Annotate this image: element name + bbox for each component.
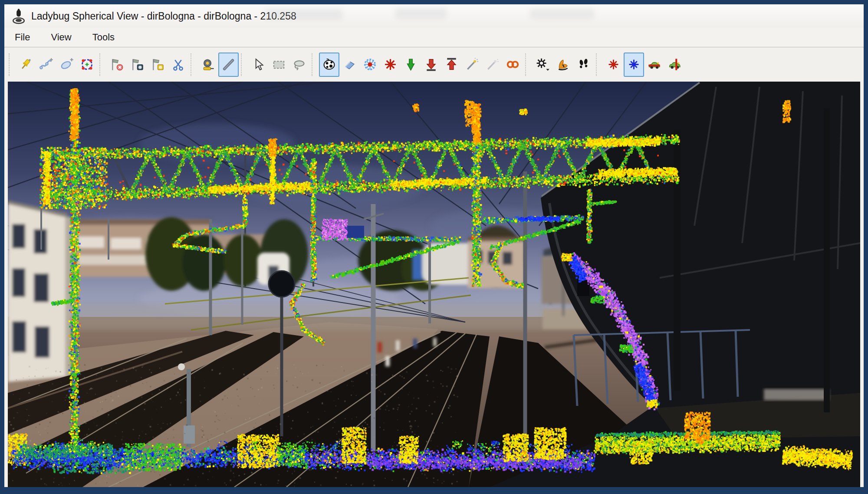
flag-yellow-button[interactable] <box>148 53 168 77</box>
flag-yellow-icon <box>150 57 165 72</box>
flag-dark-icon <box>130 57 145 72</box>
menu-bar: FileViewTools <box>4 28 864 47</box>
rotation-wheel-button[interactable] <box>360 53 380 77</box>
toolbar-separator <box>191 53 196 76</box>
wheel-icon <box>362 57 378 72</box>
titlebar-artifact <box>395 8 447 19</box>
select-cursor-button[interactable] <box>248 53 269 77</box>
eraser-button[interactable] <box>339 53 360 77</box>
toolbar-separator <box>596 53 601 76</box>
move-up-button[interactable] <box>441 53 462 77</box>
scissors-icon <box>171 57 186 72</box>
app-window: Ladybug Spherical View - dirBologna - di… <box>0 0 868 494</box>
toolbar-separator <box>241 53 246 76</box>
polyline-add-icon <box>39 57 54 72</box>
menu-item-view[interactable]: View <box>40 29 82 46</box>
window-content: Ladybug Spherical View - dirBologna - di… <box>4 4 864 487</box>
vehicle-hide-icon <box>647 57 662 72</box>
ground-view-icon <box>556 57 571 72</box>
add-region-button[interactable] <box>56 53 77 77</box>
add-path-button[interactable] <box>36 53 56 77</box>
isolate-vehicle-button[interactable] <box>664 53 685 77</box>
app-ladybug-icon <box>11 8 26 24</box>
red-point-icon <box>606 57 621 72</box>
lasso-select-icon <box>292 57 307 72</box>
titlebar-artifact <box>265 9 343 20</box>
toolbar-separator <box>99 53 105 76</box>
ladybug-icon <box>322 57 337 72</box>
select-rectangle-button[interactable] <box>269 53 289 77</box>
titlebar-artifact <box>529 9 595 19</box>
toolbar-grip <box>9 53 14 76</box>
vehicle-show-icon <box>667 57 682 72</box>
measure-line-button[interactable] <box>218 53 239 77</box>
red-arrow-down-line-icon <box>424 57 439 72</box>
ellipse-add-icon <box>59 57 74 72</box>
cut-button[interactable] <box>168 53 188 77</box>
green-arrow-down-button[interactable] <box>401 53 421 77</box>
add-pushpin-button[interactable] <box>16 53 36 77</box>
circle-selection-button[interactable] <box>77 53 97 77</box>
magic-wand-secondary-button[interactable] <box>482 53 503 77</box>
select-lasso-button[interactable] <box>289 53 309 77</box>
point-cloud-overlay <box>8 82 860 487</box>
menu-item-tools[interactable]: Tools <box>82 29 125 46</box>
window-title: Ladybug Spherical View - dirBologna - di… <box>31 10 296 22</box>
circle-target-icon <box>79 57 95 72</box>
magic-wand-icon <box>464 57 480 72</box>
measure-tape-icon <box>201 57 216 72</box>
line-measure-icon <box>221 57 236 72</box>
show-blue-points-button[interactable] <box>624 53 644 77</box>
titlebar[interactable]: Ladybug Spherical View - dirBologna - di… <box>4 4 864 28</box>
red-marker-button[interactable] <box>380 53 401 77</box>
loop-mode-button[interactable] <box>503 53 523 77</box>
pin-add-icon <box>18 57 33 72</box>
footsteps-button[interactable] <box>573 53 594 77</box>
red-burst-icon <box>383 57 398 72</box>
toolbar-separator <box>525 53 530 76</box>
magic-wand-alt-icon <box>485 57 500 72</box>
green-arrow-down-icon <box>403 57 418 72</box>
measure-tape-button[interactable] <box>198 53 218 77</box>
ladybug-view-button[interactable] <box>319 53 339 77</box>
magic-wand-button[interactable] <box>462 53 482 77</box>
hide-vehicle-button[interactable] <box>644 53 664 77</box>
move-down-button[interactable] <box>421 53 441 77</box>
footsteps-icon <box>576 57 591 72</box>
flag-dark-button[interactable] <box>127 53 148 77</box>
eraser-icon <box>342 57 357 72</box>
blue-point-icon <box>626 57 641 72</box>
menu-item-file[interactable]: File <box>4 29 40 46</box>
red-arrow-up-line-icon <box>444 57 459 72</box>
brightness-menu-button[interactable] <box>533 53 553 77</box>
flag-red-icon <box>109 57 125 72</box>
ground-walk-button[interactable] <box>553 53 573 77</box>
cursor-icon <box>251 57 266 72</box>
toolbar <box>4 47 864 82</box>
toolbar-separator <box>312 53 317 76</box>
show-red-points-button[interactable] <box>603 53 624 77</box>
spherical-view-viewport[interactable] <box>8 82 860 487</box>
flag-red-x-button[interactable] <box>107 53 127 77</box>
brightness-menu-icon <box>535 57 550 72</box>
rect-select-icon <box>271 57 286 72</box>
infinity-icon <box>505 57 520 72</box>
